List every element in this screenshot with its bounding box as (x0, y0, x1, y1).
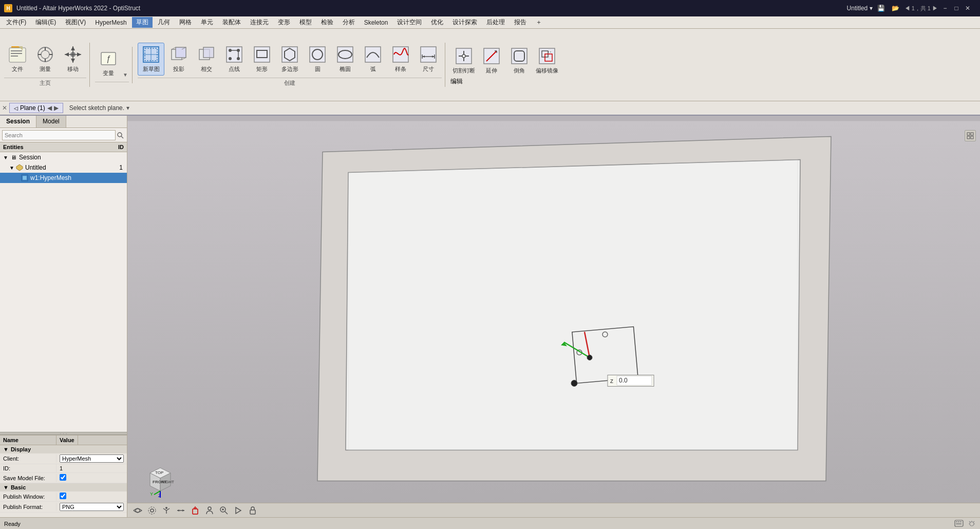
toolbar-btn-circle[interactable]: 圆 (304, 43, 331, 76)
menu-hypermesh[interactable]: HyperMesh (91, 18, 130, 27)
toolbar-btn-ellipse[interactable]: 椭圆 (332, 43, 359, 76)
minimize-button[interactable]: − (941, 4, 949, 12)
search-icon[interactable] (116, 131, 125, 140)
menu-view[interactable]: 视图(V) (61, 17, 90, 28)
id-input[interactable] (60, 465, 124, 471)
tree-item-untitled[interactable]: ▼ Untitled 1 (0, 162, 127, 173)
menu-assembly[interactable]: 装配体 (218, 17, 245, 28)
tree-item-session[interactable]: ▼ 🖥 Session (0, 152, 127, 162)
toolbar-btn-new-sketch[interactable]: 新草图 (138, 43, 164, 76)
menu-transform[interactable]: 变形 (274, 17, 294, 28)
toolbar-btn-dimension[interactable]: 尺寸 (415, 43, 442, 76)
toolbar-btn-arc[interactable]: 弧 (360, 43, 386, 76)
toolbar-create-section: 新草图 投影 (138, 43, 445, 87)
toolbar-btn-move[interactable]: 移动 (60, 43, 86, 76)
sketch-close-btn[interactable]: ✕ (2, 104, 7, 112)
untitled-dropdown[interactable]: Untitled ▾ (847, 5, 873, 12)
menu-validate[interactable]: 检验 (317, 17, 337, 28)
toolbar-btn-fillet[interactable]: 倒角 (506, 44, 533, 77)
save-model-checkbox[interactable] (60, 474, 66, 481)
toolbar-btn-variable[interactable]: ƒ 变量 (95, 47, 122, 80)
right-mini-toolbar (965, 130, 976, 141)
prop-save-model-name: Save Model File: (0, 474, 56, 482)
menu-mesh[interactable]: 网格 (175, 17, 196, 28)
toolbar-btn-offset[interactable]: 偏移镜像 (534, 44, 560, 77)
menu-file[interactable]: 文件(F) (2, 17, 30, 28)
svg-rect-49 (421, 47, 436, 62)
search-input[interactable] (2, 130, 116, 140)
viewport-bottom-toolbar (127, 503, 980, 517)
toolbar-btn-points-lines[interactable]: 点线 (221, 43, 248, 76)
svg-line-117 (225, 512, 228, 514)
svg-rect-128 (958, 521, 959, 522)
maximize-button[interactable]: □ (952, 4, 960, 12)
keyboard-icon (954, 520, 964, 528)
vp-btn-zoom[interactable] (218, 505, 230, 516)
toolbar-btn-extend[interactable]: 延伸 (478, 44, 505, 77)
prop-client-value[interactable]: HyperMesh (56, 453, 127, 464)
menu-report[interactable]: 报告 (510, 17, 531, 28)
menu-sketch[interactable]: 草图 (132, 17, 153, 28)
publish-format-select[interactable]: PNG JPEG BMP (60, 503, 124, 511)
toolbar-btn-measure[interactable]: 测量 (32, 43, 59, 76)
menu-plus[interactable]: ＋ (532, 17, 546, 28)
toolbar-btn-intersect[interactable]: 相交 (193, 43, 220, 76)
tree-item-w1[interactable]: w1:HyperMesh (0, 173, 127, 183)
vp-btn-delete[interactable] (189, 505, 201, 516)
plane-next-btn[interactable]: ▶ (54, 104, 59, 112)
save-btn[interactable]: 💾 (876, 3, 887, 14)
plane-prev-btn[interactable]: ◀ (47, 104, 52, 112)
menu-optimize[interactable]: 优化 (427, 17, 447, 28)
vp-btn-person[interactable] (203, 505, 216, 516)
tab-model[interactable]: Model (36, 116, 66, 127)
toolbar-btn-rect[interactable]: 矩形 (249, 43, 275, 76)
toolbar-btn-polygon[interactable]: 多边形 (276, 43, 303, 76)
publish-window-checkbox[interactable] (60, 492, 66, 499)
variable-more-btn[interactable]: ▼ (123, 51, 129, 80)
sketch-canvas[interactable]: z 0.0 (127, 116, 980, 517)
vp-btn-settings[interactable] (146, 505, 158, 516)
menu-elements[interactable]: 单元 (197, 17, 217, 28)
toolbar-btn-project[interactable]: 投影 (165, 43, 192, 76)
svg-marker-111 (182, 509, 184, 512)
toolbar-btn-file[interactable]: 文件 (4, 43, 31, 76)
menu-connections[interactable]: 连接元 (246, 17, 273, 28)
prop-publish-format-value[interactable]: PNG JPEG BMP (56, 502, 127, 512)
project-btn-label: 投影 (173, 66, 184, 72)
plane-arrow-icon: ◁ (14, 105, 18, 111)
close-button[interactable]: ✕ (964, 4, 972, 12)
vp-btn-filter[interactable] (160, 505, 173, 516)
svg-rect-124 (967, 136, 970, 139)
menu-model[interactable]: 模型 (295, 17, 316, 28)
prop-id-value[interactable] (56, 464, 127, 472)
menu-skeleton[interactable]: Skeleton (360, 18, 392, 27)
title-bar: H Untitled - Altair HyperWorks 2022 - Op… (0, 0, 980, 16)
tab-session[interactable]: Session (0, 116, 36, 127)
prop-section-display[interactable]: ▼ Display (0, 445, 127, 453)
variable-icon: ƒ (99, 49, 118, 68)
menu-edit[interactable]: 编辑(E) (31, 17, 60, 28)
menu-analysis[interactable]: 分析 (338, 17, 359, 28)
viewport[interactable]: z 0.0 FRONT (127, 116, 980, 517)
vp-btn-arrows[interactable] (175, 505, 187, 516)
vp-grid-view-btn[interactable] (965, 130, 976, 141)
prop-save-model-value[interactable] (56, 473, 127, 483)
plane-selector[interactable]: ◁ Plane (1) ◀ ▶ (9, 103, 63, 113)
client-select[interactable]: HyperMesh (60, 454, 124, 463)
vp-btn-visibility[interactable] (131, 505, 144, 516)
menu-post-process[interactable]: 后处理 (482, 17, 509, 28)
vp-btn-play[interactable] (232, 505, 244, 516)
toolbar-btn-spline[interactable]: 样条 (387, 43, 414, 76)
folder-btn[interactable]: 📂 (890, 3, 901, 14)
menu-design-space[interactable]: 设计空间 (393, 17, 426, 28)
vp-btn-lock[interactable] (247, 505, 259, 516)
sketch-dropdown-icon[interactable]: ▾ (126, 104, 129, 112)
prop-section-basic[interactable]: ▼ Basic (0, 483, 127, 491)
toolbar-btn-trim[interactable]: 切割钉断 (450, 44, 477, 77)
view-cube[interactable]: FRONT RIGHT TOP Z Y (140, 458, 181, 499)
prop-publish-window-value[interactable] (56, 491, 127, 501)
svg-rect-2 (11, 50, 22, 51)
svg-text:Y: Y (150, 491, 153, 497)
menu-design-explore[interactable]: 设计探索 (448, 17, 481, 28)
menu-geom[interactable]: 几何 (154, 17, 174, 28)
